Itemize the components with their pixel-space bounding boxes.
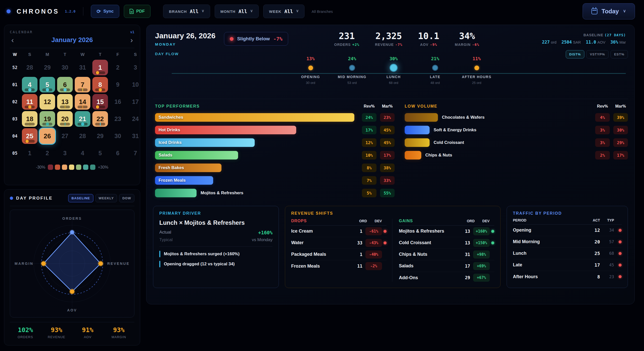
shift-dot-cell <box>490 241 494 244</box>
calendar-day[interactable]: 10 <box>128 77 143 92</box>
pdf-export-button[interactable]: PDF <box>124 5 150 18</box>
category-row: Mojitos & Refreshers5%55% <box>155 187 395 199</box>
day-flow-pct: 11% <box>449 56 504 61</box>
note-text: Opening dragged (12 vs typical 34) <box>164 262 235 267</box>
calendar-day[interactable]: 24 <box>128 111 143 127</box>
calendar-day[interactable]: 12 <box>40 94 55 110</box>
sync-button[interactable]: ⟳ Sync <box>91 5 119 18</box>
category-label: Chips & Nuts <box>425 153 452 158</box>
calendar-day[interactable]: 21 <box>75 111 90 127</box>
rev-badge: 5% <box>362 189 376 197</box>
tab-baseline[interactable]: BASELINE <box>68 194 93 202</box>
mar-badge: 23% <box>380 113 395 122</box>
category-row: Iced Drinks12%45% <box>155 136 395 149</box>
calendar-day[interactable]: 6 <box>57 77 73 92</box>
branch-filter-dropdown[interactable]: BRANCH All ∨ <box>163 5 210 18</box>
alert-dot-icon <box>491 230 494 233</box>
calendar-day[interactable]: 1 <box>22 145 37 161</box>
traffic-period-name: Lunch <box>513 251 586 256</box>
status-badge: Slightly Below -7% <box>224 32 288 46</box>
calendar-day[interactable]: 9 <box>110 77 126 92</box>
calendar-day[interactable]: 18 <box>22 111 37 127</box>
calendar-day[interactable]: 27 <box>57 128 73 144</box>
category-row: Salads10%17% <box>155 149 395 162</box>
chevron-down-icon: ∨ <box>250 9 253 13</box>
app-version: 1.2.0 <box>65 9 75 13</box>
driver-note: Opening dragged (12 vs typical 34) <box>159 261 273 267</box>
baseline-item: 11.0AOV <box>586 40 605 45</box>
week-filter-dropdown[interactable]: WEEK All ∨ <box>263 5 305 18</box>
calendar-day[interactable]: 4 <box>22 77 37 92</box>
bar-zone: Chips & Nuts <box>405 151 592 159</box>
driver-notes: Mojitos & Refreshers surged (+160%)Openi… <box>159 251 273 267</box>
day-progress-pill <box>25 106 35 108</box>
calendar-day[interactable]: 4 <box>75 145 90 161</box>
calendar-day[interactable]: 2 <box>40 145 55 161</box>
chevron-down-icon: ∨ <box>296 9 299 13</box>
day-indicator <box>46 88 49 91</box>
traffic-row: Mid Morning2057 <box>513 236 622 248</box>
profile-dot-icon <box>10 197 13 200</box>
calendar-day[interactable]: 28 <box>22 60 37 75</box>
calendar-day[interactable]: 22 <box>92 111 108 127</box>
calendar-day[interactable]: 19 <box>40 111 55 127</box>
calendar-day[interactable]: 28 <box>75 128 90 144</box>
alert-dot-icon <box>619 252 622 255</box>
profile-stat-value: 102% <box>10 326 41 334</box>
calendar-day[interactable]: 1 <box>92 60 108 75</box>
calendar-day[interactable]: 14 <box>75 94 90 110</box>
tab-dow[interactable]: DOW <box>119 194 134 202</box>
calendar-day[interactable]: 3 <box>128 60 143 75</box>
calendar-day[interactable]: 11 <box>22 94 37 110</box>
shift-item-name: Add-Ons <box>399 275 459 280</box>
dev-column-header: DEV <box>370 219 387 223</box>
calendar-day[interactable]: 15 <box>92 94 108 110</box>
calendar-day[interactable]: 23 <box>110 111 126 127</box>
month-filter-dropdown[interactable]: MONTH All ∨ <box>215 5 259 18</box>
baseline-item-unit: SAR <box>573 40 581 44</box>
bar-zone: Mojitos & Refreshers <box>155 189 358 197</box>
calendar-day[interactable]: 7 <box>75 77 90 92</box>
calendar-day[interactable]: 6 <box>110 145 126 161</box>
calendar-day[interactable]: 17 <box>128 94 143 110</box>
legend-swatch <box>69 165 74 170</box>
mar-badge: 55% <box>380 189 395 197</box>
tab-weekly[interactable]: WEEKLY <box>95 194 117 202</box>
next-month-button[interactable]: › <box>129 36 134 44</box>
calendar-day[interactable]: 26 <box>40 128 55 144</box>
calendar-day[interactable]: 29 <box>40 60 55 75</box>
calendar-day[interactable]: 30 <box>57 60 73 75</box>
calendar-day[interactable]: 2 <box>110 60 126 75</box>
baseline-item: 2504SAR <box>561 40 581 45</box>
status-label: Slightly Below <box>237 36 270 42</box>
calendar-day[interactable]: 20 <box>57 111 73 127</box>
calendar-day[interactable]: 25 <box>22 128 37 144</box>
category-bar: Salads <box>155 151 238 159</box>
rev-badge: 7% <box>362 176 376 185</box>
calendar-day[interactable]: 13 <box>57 94 73 110</box>
today-date-picker-button[interactable]: Today ∨ <box>583 3 635 19</box>
chevron-down-icon: ∨ <box>623 8 626 14</box>
note-bar-icon <box>159 261 160 267</box>
calendar-day[interactable]: 30 <box>110 128 126 144</box>
calendar-day[interactable]: 16 <box>110 94 126 110</box>
calendar-day[interactable]: 7 <box>128 145 143 161</box>
calendar-day[interactable]: 5 <box>40 77 55 92</box>
branches-note: All Branches <box>312 9 333 14</box>
shift-row: Chips & Nuts31+98% <box>399 249 494 260</box>
driver-note: Mojitos & Refreshers surged (+160%) <box>159 251 273 257</box>
divider <box>10 322 134 322</box>
column-headers: Rev% Mar% <box>362 104 395 109</box>
calendar-day[interactable]: 5 <box>92 145 108 161</box>
calendar-day[interactable]: 31 <box>128 128 143 144</box>
divider <box>159 246 273 247</box>
drops-label: DROPS <box>291 219 307 223</box>
legend-min-label: -30% <box>36 165 45 170</box>
calendar-day[interactable]: 31 <box>75 60 90 75</box>
period-column-header: PERIOD <box>513 218 586 222</box>
calendar-day[interactable]: 8 <box>92 77 108 92</box>
legend-swatch <box>76 165 81 170</box>
prev-month-button[interactable]: ‹ <box>10 36 15 44</box>
calendar-day[interactable]: 29 <box>92 128 108 144</box>
calendar-day[interactable]: 3 <box>57 145 73 161</box>
